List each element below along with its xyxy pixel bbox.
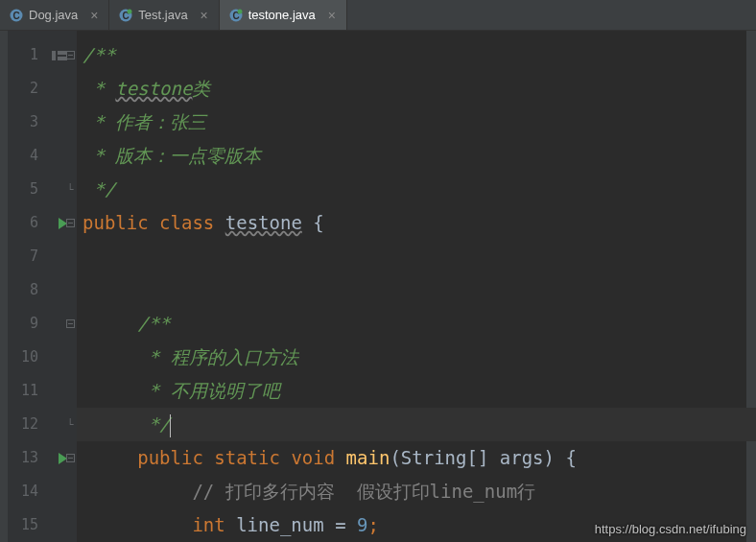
tab-test[interactable]: C Test.java × (109, 0, 219, 30)
java-class-icon: C (229, 9, 243, 22)
tab-label: Test.java (138, 8, 187, 22)
code-text: 打印多行内容 假设打印line_num行 (225, 481, 535, 502)
close-icon[interactable]: × (198, 8, 211, 23)
code-text: 类 (192, 78, 210, 99)
line-number[interactable]: 12 (8, 408, 48, 441)
tab-testone[interactable]: C testone.java × (220, 0, 347, 30)
fold-column: └ └ (63, 38, 77, 542)
tab-label: Dog.java (29, 8, 78, 22)
svg-text:C: C (12, 10, 19, 20)
close-icon[interactable]: × (87, 8, 101, 23)
tab-bar: C Dog.java × C Test.java × C testone.jav… (0, 0, 756, 31)
line-number[interactable]: 8 (8, 273, 48, 307)
fold-icon[interactable] (63, 441, 77, 475)
code-text: class (159, 212, 214, 233)
java-class-icon: C (10, 9, 23, 22)
code-text: * (83, 78, 115, 99)
svg-point-7 (237, 9, 242, 13)
watermark: https://blog.csdn.net/ifubing (595, 522, 746, 536)
code-text: { (313, 212, 323, 233)
code-text: testone (225, 212, 302, 233)
code-text: public (83, 212, 149, 233)
line-number[interactable]: 4 (8, 139, 48, 173)
code-text: * 程序的入口方法 (137, 346, 297, 367)
line-number-gutter: 1 2 3 4 5 6 7 8 9 10 11 12 13 14 15 (8, 31, 48, 542)
line-number[interactable]: 2 (8, 72, 48, 106)
line-number[interactable]: 7 (8, 240, 48, 273)
code-text: static (214, 447, 280, 468)
code-text: void (291, 447, 335, 468)
line-number[interactable]: 9 (8, 307, 48, 341)
line-number[interactable]: 1 (8, 38, 48, 72)
tab-label: testone.java (248, 8, 316, 22)
fold-icon[interactable] (63, 307, 77, 341)
tab-dog[interactable]: C Dog.java × (0, 0, 109, 30)
line-number[interactable]: 15 (8, 508, 48, 542)
code-text: = (324, 514, 357, 535)
code-text: line_num (236, 514, 324, 535)
code-text: testone (115, 78, 192, 99)
scrollbar[interactable] (746, 31, 756, 542)
code-text: (String[] args) { (390, 447, 576, 468)
code-text: */ (83, 178, 115, 200)
code-text: int (192, 514, 224, 535)
svg-point-4 (128, 9, 132, 13)
line-number[interactable]: 10 (8, 341, 48, 374)
line-number[interactable]: 6 (8, 206, 48, 240)
text-cursor (170, 414, 171, 437)
line-number[interactable]: 5 (8, 173, 48, 206)
svg-rect-8 (52, 51, 56, 60)
code-text: 9 (357, 514, 367, 535)
editor: 1 2 3 4 5 6 7 8 9 10 11 12 13 14 15 └ (0, 31, 756, 542)
code-text: /** (83, 44, 115, 65)
code-text: main (346, 447, 390, 468)
line-number[interactable]: 13 (8, 441, 48, 475)
line-number[interactable]: 3 (8, 106, 48, 139)
fold-icon[interactable] (63, 38, 77, 72)
close-icon[interactable]: × (325, 8, 339, 23)
code-text: * 不用说明了吧 (137, 380, 279, 401)
code-area[interactable]: └ └ /** * testone类 * 作者：张三 * 版本：一点零版本 */… (77, 31, 756, 542)
fold-end-icon: └ (63, 173, 77, 206)
fold-end-icon: └ (63, 408, 77, 441)
java-class-icon: C (119, 9, 132, 22)
code-text: /** (137, 313, 170, 334)
line-number[interactable]: 11 (8, 374, 48, 408)
code-text: */ (137, 413, 170, 435)
code-text: ; (367, 514, 378, 535)
code-text: * 作者：张三 (83, 111, 206, 132)
line-number[interactable]: 14 (8, 475, 48, 508)
code-text: * 版本：一点零版本 (83, 145, 261, 166)
fold-icon[interactable] (63, 206, 77, 240)
left-margin (0, 31, 8, 542)
code-text: public (137, 447, 203, 468)
code-text: // (192, 481, 224, 502)
